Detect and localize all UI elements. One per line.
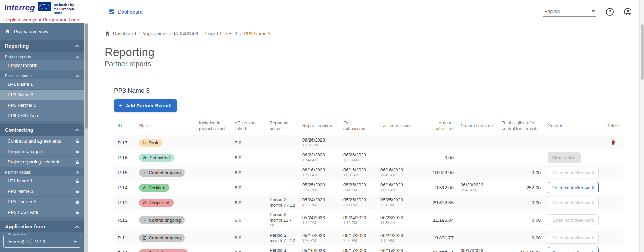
sidebar-scrollbar-thumb[interactable]	[85, 24, 88, 129]
lock-icon	[75, 139, 79, 143]
time-value: 11:37 AM	[302, 173, 336, 177]
lock-icon	[75, 189, 79, 193]
date-value: 06/23/2023	[302, 153, 336, 158]
time-value: 11:38 AM	[343, 173, 373, 177]
delete-cell	[603, 150, 623, 165]
delete-button[interactable]	[609, 138, 617, 147]
sidebar-detail-item-lp1-name-1[interactable]: LP1 Name 1	[0, 176, 84, 186]
dashboard-link[interactable]: Dashboard	[109, 9, 143, 15]
report-id-cell: R.11	[114, 230, 136, 245]
lock-icon	[75, 150, 79, 154]
sidebar-detail-item-pp3-name-3[interactable]: PP3 Name 3	[0, 186, 84, 196]
sidebar-item-project-reporting-schedule[interactable]: Project reporting schedule	[0, 157, 84, 167]
table-row[interactable]: R.15☑Control ongoing6.006/16/202311:37 A…	[114, 165, 623, 180]
group-project-reports[interactable]: Project reports	[0, 52, 84, 60]
sidebar-item-pp5-partner-5[interactable]: PP5 Partner 5	[0, 100, 84, 110]
table-row[interactable]: R.16≫Submitted6.006/23/202311:44 AM06/26…	[114, 150, 623, 165]
breadcrumb-item[interactable]: IA-0400009 – Project 1 - test 1	[174, 31, 237, 36]
last-submission-cell: 06/23/202311:36 AM	[377, 210, 418, 231]
reporting-period-line: Period 2,	[270, 232, 295, 238]
time-value: 3:44 PM	[343, 188, 373, 192]
checklist-icon: ☑	[142, 170, 147, 175]
breadcrumb-home-icon[interactable]	[105, 31, 111, 37]
control-end-date-cell	[457, 135, 498, 150]
status-label: Submitted	[150, 155, 170, 160]
sidebar-item-pp6-test-ana[interactable]: PP6 TEST Ana	[0, 110, 84, 121]
reporting-period-cell: Period 2,month 7 - 12	[266, 230, 299, 245]
breadcrumb-item[interactable]: Applications	[142, 31, 168, 36]
status-badge: ☑Control ongoing	[139, 169, 185, 177]
page-scrollbar-thumb[interactable]	[641, 24, 644, 80]
column-header-included-in-project-report: Included in project report	[196, 117, 231, 135]
table-row[interactable]: R.12☑Control ongoing6.0Period 3,month 13…	[114, 210, 623, 231]
page-scrollbar[interactable]	[639, 0, 644, 252]
table-row[interactable]: R.11☑Control ongoing6.0Period 2,month 7 …	[114, 230, 623, 245]
time-value: 10:08 AM	[343, 158, 373, 162]
section-application-form[interactable]: Application form	[0, 221, 84, 232]
add-partner-report-label: Add Partner Report	[126, 103, 171, 108]
account-icon[interactable]	[623, 7, 632, 16]
add-partner-report-button[interactable]: + Add Partner Report	[114, 99, 177, 112]
language-select[interactable]: English	[543, 7, 596, 17]
last-submission-cell	[377, 135, 418, 150]
checklist-icon: ☑	[142, 218, 147, 223]
status-cell: ≫Submitted	[136, 150, 196, 165]
date-value: 05/25/2023	[343, 198, 373, 203]
report-creation-cell: 05/25/20233:31 PM	[299, 180, 340, 195]
control-end-date-cell	[457, 165, 498, 180]
table-row[interactable]: R.10↶Control reopened6.0Period 1,month 1…	[114, 245, 623, 252]
last-submission-cell: 06/16/202311:37 AM	[377, 180, 418, 195]
breadcrumb-item[interactable]: Dashboard	[113, 31, 136, 36]
reporting-period-cell	[266, 150, 299, 165]
open-controller-work-button[interactable]: Open controller work	[548, 247, 599, 252]
sidebar-item-project-managers[interactable]: Project managers	[0, 146, 84, 156]
included-in-project-report-cell	[196, 150, 231, 165]
sidebar-item-label: Contracts and agreements	[8, 138, 61, 144]
section-reporting[interactable]: Reporting	[0, 40, 84, 52]
group-label: Partner reports	[5, 74, 32, 78]
table-row[interactable]: R.17↻Draft7.006/26/202312:34 PM	[114, 135, 623, 150]
control-cell	[544, 135, 603, 150]
sidebar-item-project-overview[interactable]: Project overview	[0, 25, 84, 38]
sidebar-item-project-reports[interactable]: Project reports	[0, 60, 84, 70]
reporting-period-cell	[266, 165, 299, 180]
delete-cell	[603, 245, 623, 252]
sidebar-item-lp1-name-1[interactable]: LP1 Name 1	[0, 79, 84, 89]
page-title: Reporting	[105, 46, 632, 59]
time-value: 3:11 PM	[343, 203, 373, 207]
table-row[interactable]: R.13↺Reopened6.0Period 2,month 7 - 1205/…	[114, 195, 623, 210]
lock-icon	[75, 210, 79, 214]
sidebar-item-contracts-and-agreements[interactable]: Contracts and agreements	[0, 136, 84, 146]
status-label: Control ongoing	[149, 217, 181, 223]
eu-flag-icon	[38, 2, 51, 11]
version-value: V.7.0	[35, 239, 45, 244]
time-value: 11:43 AM	[461, 188, 495, 192]
sidebar-detail-item-pp6-test-ana[interactable]: PP6 TEST Ana	[0, 207, 84, 217]
included-in-project-report-cell	[196, 165, 231, 180]
control-end-date-cell	[457, 195, 498, 210]
date-value: 05/25/2023	[302, 183, 336, 188]
partner-panel: PP3 Name 3 + Add Partner Report IDStatus…	[105, 81, 632, 252]
column-header-report-creation: Report creation	[299, 117, 340, 135]
first-submission-cell: 05/17/20232:06 PM	[340, 230, 377, 245]
sidebar-scrollbar[interactable]	[84, 23, 88, 252]
group-label: Project reports	[5, 55, 31, 59]
section-contracting[interactable]: Contracting	[0, 124, 84, 136]
time-value: 11:37 AM	[380, 188, 415, 192]
caret-down-icon	[74, 241, 77, 243]
open-controller-work-button[interactable]: Open controller work	[548, 182, 599, 193]
sidebar-detail-item-pp5-partner-5[interactable]: PP5 Partner 5	[0, 197, 84, 207]
lock-icon	[75, 200, 79, 204]
table-row[interactable]: R.14✔Certified6.005/25/20233:31 PM05/25/…	[114, 180, 623, 195]
sidebar-item-pp3-name-3[interactable]: PP3 Name 3	[0, 90, 84, 100]
group-partner-reports[interactable]: Partner reports	[0, 71, 84, 79]
project-version-label: Project version	[7, 232, 31, 236]
cofunded-label: Co-funded by the European Union	[54, 2, 78, 15]
group-partner-details[interactable]: Partner details	[0, 167, 84, 176]
delete-cell	[603, 210, 623, 231]
caret-down-icon	[592, 10, 595, 12]
control-cell: Open controller work	[544, 180, 603, 195]
project-version-select[interactable]: Project version (current) ✓ V.7.0	[3, 235, 81, 248]
help-icon[interactable]: ?	[606, 8, 614, 16]
af-version-cell: 6.0	[231, 245, 266, 252]
